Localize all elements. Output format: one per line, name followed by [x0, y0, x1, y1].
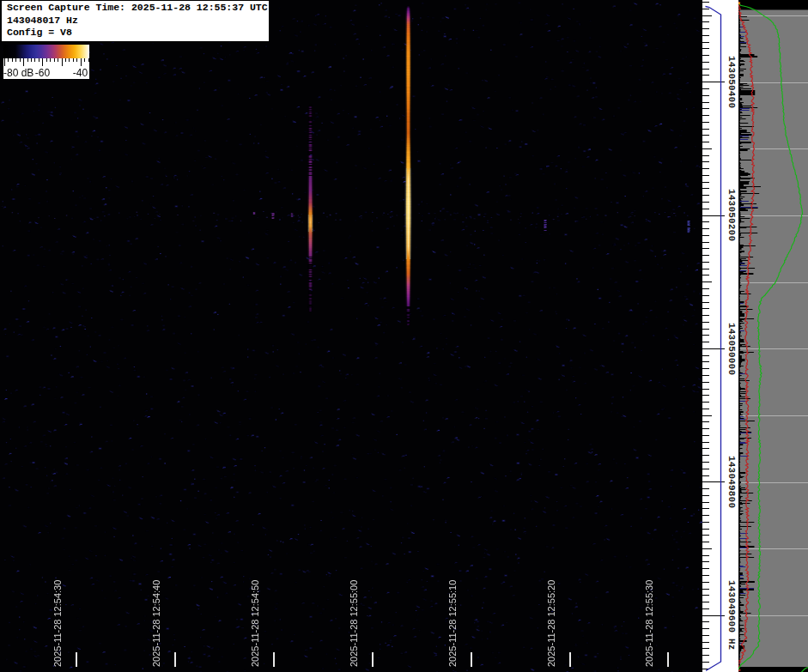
time-label: 2025-11-28 12:55:30: [644, 580, 655, 667]
db-label: -80 dB: [3, 67, 33, 79]
db-tick: [8, 58, 9, 63]
db-tick: [58, 58, 58, 63]
db-tick: [34, 58, 35, 63]
frequency-marker-line: [702, 0, 738, 672]
db-major-tick: [81, 58, 82, 67]
config-text: Config = V8: [7, 27, 269, 39]
db-major-tick: [4, 58, 5, 67]
time-tick: [76, 652, 77, 667]
db-tick: [50, 58, 51, 63]
time-tick: [471, 652, 472, 667]
db-major-tick: [42, 58, 43, 67]
db-tick: [46, 58, 47, 63]
db-major-tick: [23, 58, 24, 67]
color-scale-gradient: [3, 45, 89, 58]
time-tick: [667, 652, 669, 667]
db-tick: [27, 58, 28, 63]
time-tick: [569, 652, 571, 667]
time-label: 2025-11-28 12:55:10: [447, 580, 459, 667]
db-tick: [54, 58, 55, 63]
time-label: 2025-11-28 12:54:30: [52, 580, 64, 667]
db-tick: [88, 58, 89, 63]
frequency-text: 143048017 Hz: [7, 15, 269, 27]
db-tick: [12, 58, 13, 63]
db-tick: [31, 58, 32, 63]
db-tick: [15, 58, 16, 63]
time-label: 2025-11-28 12:55:00: [349, 580, 360, 667]
db-label: -60: [35, 67, 50, 79]
db-tick: [84, 58, 85, 63]
db-tick: [65, 58, 66, 63]
capture-time-text: Screen Capture Time: 2025-11-28 12:55:37…: [7, 2, 269, 15]
capture-info-box: Screen Capture Time: 2025-11-28 12:55:37…: [1, 0, 270, 42]
db-tick: [39, 58, 39, 63]
db-major-tick: [62, 58, 63, 67]
time-label: 2025-11-28 12:54:40: [151, 580, 162, 667]
db-tick: [73, 58, 74, 63]
spectrum-side-panel: [738, 0, 808, 672]
db-label: -40: [73, 67, 88, 79]
color-scale-legend: -80 dB-60-40: [3, 45, 89, 79]
db-tick: [69, 58, 70, 63]
time-label: 2025-11-28 12:55:20: [546, 580, 557, 667]
frequency-marker-polyline: [706, 7, 721, 671]
time-label: 2025-11-28 12:54:50: [250, 580, 261, 667]
db-tick: [20, 58, 21, 63]
waterfall-spectrogram: [0, 0, 702, 672]
time-tick: [273, 652, 275, 667]
spectrogram-app: 2025-11-28 12:54:302025-11-28 12:54:4020…: [0, 0, 808, 672]
time-tick: [174, 652, 176, 667]
db-tick: [76, 58, 77, 63]
time-tick: [372, 652, 374, 667]
